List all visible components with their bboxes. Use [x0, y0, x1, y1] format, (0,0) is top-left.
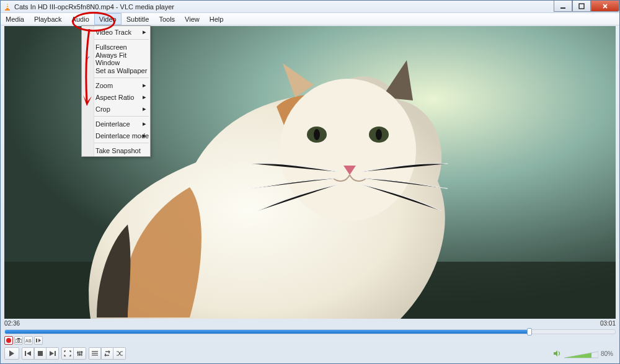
seek-progress: [5, 330, 529, 334]
volume-control: 80%: [553, 350, 613, 357]
menu-item-take-snapshot[interactable]: Take Snapshot: [82, 144, 150, 156]
svg-rect-3: [560, 7, 565, 9]
previous-button[interactable]: [22, 347, 34, 360]
frame-step-button[interactable]: [34, 336, 43, 345]
menu-item-set-wallpaper[interactable]: Set as Wallpaper: [82, 64, 150, 76]
menu-tools[interactable]: Tools: [154, 13, 180, 25]
svg-rect-29: [92, 353, 98, 353]
svg-point-7: [280, 79, 416, 221]
svg-rect-26: [79, 354, 81, 355]
fullscreen-button[interactable]: [61, 347, 74, 360]
window-controls: [554, 1, 619, 12]
submenu-arrow-icon: ▸: [143, 120, 146, 128]
svg-rect-30: [92, 355, 98, 355]
svg-rect-23: [79, 351, 81, 356]
menu-view[interactable]: View: [180, 13, 205, 25]
menubar: Media Playback Audio Video Subtitle Tool…: [1, 13, 619, 25]
menu-item-crop[interactable]: Crop▸: [82, 103, 150, 115]
menu-item-always-fit[interactable]: ✓Always Fit Window: [82, 53, 150, 64]
svg-rect-18: [36, 339, 37, 342]
time-elapsed[interactable]: 02:36: [4, 320, 20, 329]
minimize-button[interactable]: [554, 1, 572, 12]
titlebar[interactable]: Cats In HD III-opcRx5fn8N0.mp4 - VLC med…: [1, 1, 619, 13]
svg-rect-20: [38, 351, 43, 356]
playlist-button[interactable]: [89, 347, 101, 360]
close-button[interactable]: [591, 1, 619, 12]
extended-settings-button[interactable]: [74, 347, 86, 360]
menu-item-deinterlace-mode[interactable]: Deinterlace mode▸: [82, 130, 150, 141]
menu-media[interactable]: Media: [1, 13, 29, 25]
menu-item-deinterlace[interactable]: Deinterlace▸: [82, 118, 150, 130]
vlc-cone-icon: [3, 2, 12, 11]
svg-rect-21: [55, 351, 56, 356]
svg-point-11: [376, 129, 382, 140]
menu-playback[interactable]: Playback: [29, 13, 67, 25]
video-dropdown: Video Track▸ Fullscreen ✓Always Fit Wind…: [81, 25, 151, 157]
atob-loop-button[interactable]: AB: [24, 336, 33, 345]
menu-audio[interactable]: Audio: [67, 13, 94, 25]
volume-percent: 80%: [601, 350, 613, 357]
maximize-button[interactable]: [572, 1, 591, 12]
submenu-arrow-icon: ▸: [143, 93, 146, 101]
svg-rect-2: [5, 9, 10, 11]
window-title: Cats In HD III-opcRx5fn8N0.mp4 - VLC med…: [14, 3, 174, 11]
svg-point-12: [6, 338, 11, 343]
check-icon: ✓: [85, 55, 91, 63]
time-status: 02:36 03:01: [4, 320, 616, 329]
svg-point-9: [314, 129, 320, 140]
record-button[interactable]: [4, 336, 13, 345]
time-total[interactable]: 03:01: [600, 320, 616, 329]
submenu-arrow-icon: ▸: [143, 28, 146, 36]
menu-help[interactable]: Help: [205, 13, 229, 25]
svg-rect-19: [25, 351, 26, 356]
seek-handle[interactable]: [527, 328, 532, 335]
submenu-arrow-icon: ▸: [143, 131, 146, 140]
svg-rect-0: [7, 5, 9, 6]
svg-rect-4: [579, 4, 584, 9]
volume-slider[interactable]: [564, 350, 598, 357]
stop-button[interactable]: [34, 347, 46, 360]
menu-subtitle[interactable]: Subtitle: [122, 13, 154, 25]
controls-bar: AB 80%: [4, 336, 616, 361]
play-button[interactable]: [4, 347, 19, 360]
menu-item-video-track[interactable]: Video Track▸: [82, 26, 150, 38]
svg-text:B: B: [29, 339, 32, 343]
vlc-window: Cats In HD III-opcRx5fn8N0.mp4 - VLC med…: [0, 0, 620, 364]
svg-rect-22: [78, 351, 79, 356]
snapshot-button[interactable]: [14, 336, 23, 345]
seek-bar[interactable]: [4, 329, 616, 334]
submenu-arrow-icon: ▸: [143, 105, 146, 113]
menu-item-zoom[interactable]: Zoom▸: [82, 79, 150, 91]
menu-item-aspect-ratio[interactable]: Aspect Ratio▸: [82, 91, 150, 103]
shuffle-button[interactable]: [113, 347, 126, 360]
svg-rect-1: [6, 7, 9, 8]
svg-rect-25: [77, 352, 79, 353]
svg-point-15: [17, 340, 19, 342]
svg-rect-28: [92, 351, 98, 352]
next-button[interactable]: [46, 347, 59, 360]
svg-rect-27: [81, 352, 83, 353]
submenu-arrow-icon: ▸: [143, 81, 146, 89]
loop-button[interactable]: [101, 347, 113, 360]
speaker-icon[interactable]: [553, 350, 562, 357]
menu-video[interactable]: Video: [94, 13, 122, 25]
svg-rect-14: [17, 338, 20, 339]
